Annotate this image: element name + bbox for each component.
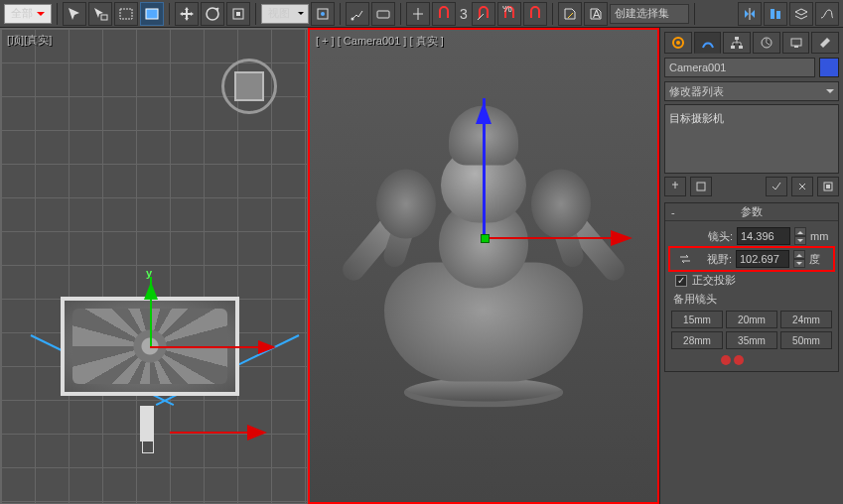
pivot-center-button[interactable] (311, 2, 335, 26)
snap-number-label: 3 (458, 6, 470, 22)
svg-rect-18 (739, 46, 743, 49)
manipulate-button[interactable] (346, 2, 369, 26)
gizmo-z-axis-icon[interactable] (483, 98, 486, 237)
rollout-header[interactable]: 参数 (665, 203, 838, 221)
named-selection-placeholder: 创建选择集 (615, 6, 669, 21)
layer-manager-button[interactable] (789, 2, 813, 26)
select-by-name-button[interactable] (88, 2, 112, 26)
lens-preset-button[interactable]: 50mm (780, 331, 832, 349)
stock-lenses-label: 备用镜头 (673, 292, 832, 307)
svg-rect-2 (146, 9, 158, 19)
modifier-list-dropdown[interactable]: 修改器列表 (664, 81, 839, 101)
align-button[interactable] (764, 2, 787, 26)
tab-display[interactable] (782, 32, 810, 54)
viewport-top[interactable]: [顶][真实] y (0, 28, 308, 504)
axis-constraint-x-button[interactable] (406, 2, 430, 26)
reference-coord-dropdown[interactable]: 视图 (261, 4, 309, 24)
named-selection-set-dropdown[interactable]: 创建选择集 (610, 4, 689, 24)
main-toolbar: 全部 视图 3 % A 创建选择集 (0, 0, 843, 28)
right-tool-group (738, 2, 839, 26)
fov-unit: 度 (809, 252, 831, 267)
checkbox-icon (675, 275, 687, 287)
fov-direction-button[interactable] (678, 250, 696, 268)
gizmo-x-axis-icon[interactable] (484, 237, 623, 239)
object-name-field[interactable]: Camera001 (664, 58, 815, 77)
reference-coord-label: 视图 (268, 6, 290, 21)
svg-rect-12 (771, 9, 774, 19)
fov-value: 102.697 (740, 253, 779, 265)
select-object-button[interactable] (63, 2, 86, 26)
gizmo-y-axis-icon[interactable] (481, 234, 490, 243)
orthographic-label: 正交投影 (692, 273, 736, 288)
fov-row: 视野: 102.697 度 (671, 249, 832, 269)
spinner-snap-button[interactable] (523, 2, 547, 26)
modifier-stack[interactable]: 目标摄影机 (664, 104, 839, 174)
fov-spinner[interactable] (793, 250, 805, 268)
lens-unit: mm (810, 230, 832, 242)
truncation-dots-icon (721, 355, 832, 365)
viewport-camera[interactable]: [ + ] [ Camera001 ] [ 真实 ] (308, 28, 659, 504)
selection-filter-dropdown[interactable]: 全部 (4, 4, 52, 24)
selection-region-button[interactable] (114, 2, 138, 26)
named-selection-button2[interactable]: A (584, 2, 608, 26)
tab-create[interactable] (664, 32, 692, 54)
svg-rect-24 (826, 185, 830, 189)
tab-modify[interactable] (694, 32, 722, 54)
separator (57, 3, 58, 25)
keyboard-shortcut-button[interactable] (371, 2, 395, 26)
rotate-button[interactable] (201, 2, 224, 26)
scale-button[interactable] (226, 2, 250, 26)
configure-modifier-button[interactable] (817, 177, 839, 196)
statue-ear (531, 170, 591, 239)
modifier-stack-item[interactable]: 目标摄影机 (669, 109, 834, 128)
mirror-button[interactable] (738, 2, 762, 26)
statue-ear (376, 170, 436, 239)
curve-editor-button[interactable] (815, 2, 839, 26)
tab-utilities[interactable] (811, 32, 839, 54)
svg-rect-5 (236, 12, 240, 16)
rollout-body: 镜头: 14.396 mm 视野: 102.697 度 正交投影 备用镜头 15… (665, 221, 838, 371)
object-color-swatch[interactable] (819, 58, 839, 77)
svg-rect-13 (776, 11, 780, 19)
svg-point-8 (351, 17, 354, 20)
angle-snap-button[interactable] (472, 2, 495, 26)
svg-rect-16 (735, 37, 739, 40)
lens-preset-button[interactable]: 35mm (726, 331, 777, 349)
svg-rect-20 (791, 39, 801, 46)
remove-modifier-button[interactable] (791, 177, 813, 196)
viewport-camera-label[interactable]: [ + ] [ Camera001 ] [ 真实 ] (316, 34, 444, 49)
lens-presets: 15mm 20mm 24mm 28mm 35mm 50mm (671, 311, 832, 349)
lens-preset-button[interactable]: 15mm (671, 311, 723, 328)
snap-toggle-button[interactable] (432, 2, 456, 26)
edit-named-selection-button[interactable] (558, 2, 582, 26)
separator (400, 3, 401, 25)
separator (552, 3, 553, 25)
move-button[interactable] (175, 2, 199, 26)
svg-rect-0 (101, 15, 107, 20)
lens-preset-button[interactable]: 20mm (726, 311, 777, 328)
svg-point-15 (676, 41, 680, 45)
lens-spinner[interactable] (794, 227, 806, 245)
fov-value-input[interactable]: 102.697 (736, 250, 789, 268)
camera-glyph-icon (140, 406, 154, 441)
percent-snap-button[interactable]: % (497, 2, 521, 26)
svg-text:%: % (502, 6, 512, 14)
red-arrow-icon (170, 432, 259, 434)
tab-motion[interactable] (753, 32, 780, 54)
lens-preset-button[interactable]: 28mm (671, 331, 723, 349)
make-unique-button[interactable] (766, 177, 787, 196)
viewport-top-label[interactable]: [顶][真实] (7, 33, 52, 48)
lens-preset-button[interactable]: 24mm (780, 311, 832, 328)
lens-value-input[interactable]: 14.396 (737, 227, 790, 245)
command-panel-tabs (664, 32, 839, 54)
viewcube[interactable] (221, 59, 277, 114)
tab-hierarchy[interactable] (723, 32, 751, 54)
window-crossing-button[interactable] (140, 2, 164, 26)
pin-stack-button[interactable] (664, 177, 686, 196)
show-end-result-button[interactable] (690, 177, 712, 196)
orthographic-checkbox[interactable]: 正交投影 (675, 273, 832, 288)
viewcube-face[interactable] (234, 71, 264, 101)
svg-rect-21 (794, 46, 798, 48)
modifier-stack-buttons (664, 177, 839, 196)
parameters-rollout: 参数 镜头: 14.396 mm 视野: 102.697 度 正交投影 备用镜头 (664, 202, 839, 372)
